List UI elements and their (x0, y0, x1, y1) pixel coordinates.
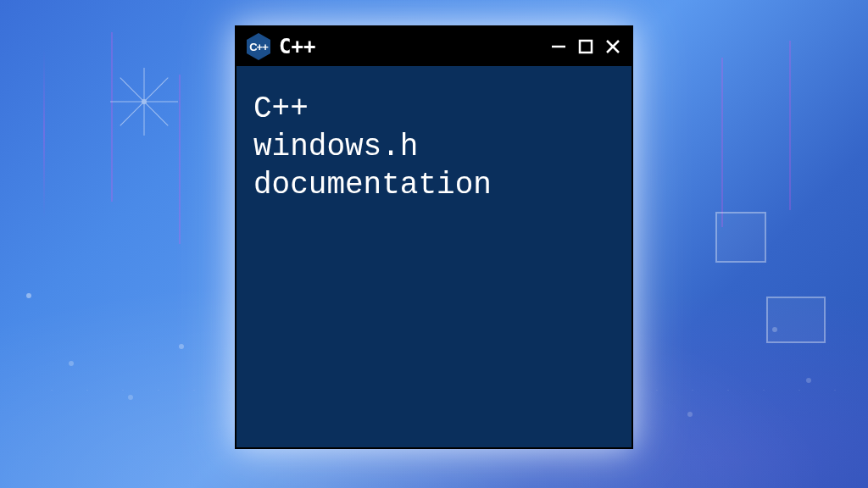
titlebar[interactable]: C++ C++ (236, 27, 632, 66)
maximize-icon[interactable] (577, 38, 594, 55)
terminal-line: C++ (253, 90, 615, 128)
close-icon[interactable] (604, 38, 621, 55)
terminal-body[interactable]: C++ windows.h documentation (236, 66, 632, 447)
terminal-window: C++ C++ C++ windows.h documentation (235, 25, 633, 449)
cpp-icon: C++ (247, 33, 270, 60)
svg-rect-1 (580, 41, 592, 53)
terminal-line: documentation (253, 166, 615, 204)
terminal-line: windows.h (253, 128, 615, 166)
window-title: C++ (279, 35, 542, 58)
minimize-icon[interactable] (550, 38, 567, 55)
window-controls (550, 38, 621, 55)
